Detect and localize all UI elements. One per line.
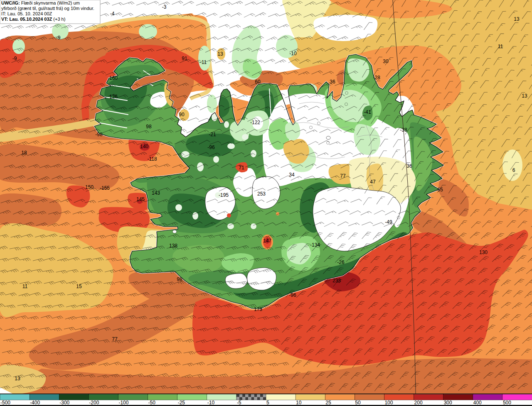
svg-text:30: 30 — [383, 59, 389, 64]
svg-text:-96: -96 — [207, 144, 215, 150]
svg-text:-10: -10 — [289, 51, 297, 56]
svg-text:500: 500 — [503, 400, 511, 406]
svg-text:140: 140 — [140, 144, 148, 149]
svg-text:11: 11 — [22, 284, 28, 289]
svg-text:-25: -25 — [178, 400, 185, 406]
svg-text:143: 143 — [152, 190, 160, 196]
svg-text:36: 36 — [330, 79, 335, 85]
svg-text:150: 150 — [85, 184, 94, 190]
svg-text:126: 126 — [109, 94, 118, 100]
svg-text:90: 90 — [179, 112, 185, 117]
svg-text:-118: -118 — [147, 156, 157, 162]
svg-text:13: 13 — [15, 376, 20, 382]
svg-text:98: 98 — [177, 276, 182, 282]
svg-text:400: 400 — [473, 400, 482, 406]
svg-text:36: 36 — [406, 163, 412, 169]
svg-text:-28: -28 — [373, 75, 380, 81]
svg-text:VT: Lau. 05.10.2024 03Z (+3 h): VT: Lau. 05.10.2024 03Z (+3 h) — [1, 17, 65, 22]
svg-text:-3: -3 — [162, 4, 167, 10]
svg-text:34: 34 — [289, 172, 295, 178]
svg-text:77: 77 — [112, 336, 118, 342]
svg-text:138: 138 — [169, 243, 177, 249]
svg-text:200: 200 — [414, 400, 423, 406]
svg-text:60: 60 — [255, 79, 261, 85]
svg-text:11: 11 — [498, 44, 503, 49]
svg-text:253: 253 — [257, 191, 266, 197]
svg-text:50: 50 — [355, 400, 361, 406]
svg-text:5: 5 — [266, 400, 269, 406]
svg-text:160: 160 — [109, 75, 118, 81]
svg-text:100: 100 — [384, 400, 393, 406]
svg-text:-26: -26 — [337, 259, 345, 265]
svg-text:-5: -5 — [237, 400, 241, 406]
svg-text:13: 13 — [522, 93, 527, 99]
svg-text:-98: -98 — [95, 132, 103, 137]
svg-text:6: 6 — [512, 167, 515, 173]
svg-text:71: 71 — [239, 165, 244, 171]
svg-text:-134: -134 — [310, 242, 320, 248]
svg-text:13: 13 — [514, 16, 520, 22]
svg-text:173: 173 — [254, 306, 262, 312]
svg-text:-65: -65 — [436, 187, 443, 193]
svg-text:-9: -9 — [56, 35, 61, 41]
svg-text:-400: -400 — [30, 400, 40, 406]
svg-text:10: 10 — [296, 400, 302, 406]
svg-text:-155: -155 — [100, 185, 110, 191]
svg-text:-21: -21 — [209, 132, 216, 137]
svg-text:18: 18 — [21, 150, 27, 156]
svg-text:91: 91 — [182, 56, 187, 61]
svg-text:147: 147 — [263, 238, 271, 244]
svg-text:-122: -122 — [250, 120, 260, 125]
svg-text:-100: -100 — [118, 400, 128, 406]
svg-text:UWC/IG: Flæði skynvarma (W/m2): UWC/IG: Flæði skynvarma (W/m2) um — [1, 0, 80, 5]
svg-text:15: 15 — [76, 284, 82, 289]
svg-text:-195: -195 — [219, 192, 229, 198]
svg-text:145: 145 — [136, 196, 145, 202]
svg-text:-500: -500 — [0, 400, 10, 406]
svg-text:-300: -300 — [59, 400, 69, 406]
svg-text:-41: -41 — [364, 109, 371, 115]
svg-text:-9: -9 — [12, 56, 17, 61]
svg-text:-49: -49 — [385, 219, 392, 225]
svg-text:77: 77 — [340, 173, 346, 179]
svg-text:-50: -50 — [148, 400, 156, 406]
svg-text:25: 25 — [325, 400, 331, 406]
svg-text:-96: -96 — [289, 292, 296, 298]
svg-text:98: 98 — [146, 124, 152, 130]
svg-text:-11: -11 — [200, 59, 207, 65]
svg-text:-10: -10 — [207, 400, 215, 406]
svg-text:IT: Lau. 05. 10. 2024 00Z: IT: Lau. 05. 10. 2024 00Z — [1, 11, 52, 16]
svg-text:130: 130 — [479, 249, 488, 255]
svg-text:-200: -200 — [89, 400, 99, 406]
svg-text:233: 233 — [332, 278, 341, 284]
svg-text:13: 13 — [217, 51, 223, 57]
svg-text:yfirborð (grænt til, gul/rautt: yfirborð (grænt til, gul/rautt frá) og 1… — [1, 6, 94, 11]
svg-text:-4: -4 — [110, 11, 115, 17]
svg-text:47: 47 — [370, 179, 376, 185]
svg-text:300: 300 — [444, 400, 452, 406]
svg-text:-38: -38 — [400, 127, 407, 133]
